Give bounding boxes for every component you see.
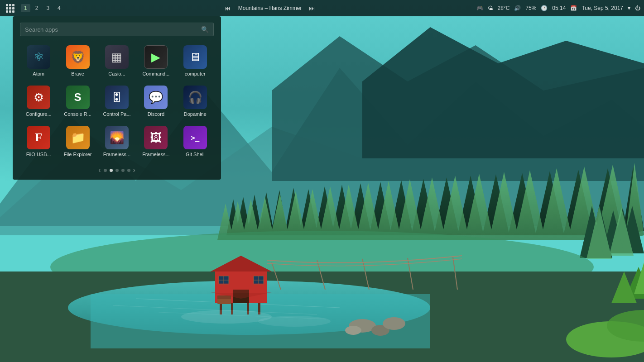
app-item-console[interactable]: SConsole R... xyxy=(59,83,96,119)
app-item-command[interactable]: ▶Command... xyxy=(137,43,174,79)
app-label-atom: Atom xyxy=(23,71,54,76)
clock-icon: 🕐 xyxy=(541,5,548,11)
app-item-discord[interactable]: 💬Discord xyxy=(137,83,174,119)
app-icon-brave: 🦁 xyxy=(66,45,90,69)
app-icon-computer: 🖥 xyxy=(183,45,207,69)
svg-point-92 xyxy=(181,310,272,324)
app-icon-dopamine: 🎧 xyxy=(183,86,207,109)
app-label-discord: Discord xyxy=(140,111,172,117)
media-next-button[interactable]: ⏭ xyxy=(309,5,315,12)
search-bar: 🔍 xyxy=(20,23,214,36)
app-icon-console: S xyxy=(66,86,90,109)
app-item-configure[interactable]: ⚙Configure... xyxy=(20,83,57,119)
power-icon[interactable]: ⏻ xyxy=(635,5,640,11)
time-label: 05:14 xyxy=(552,5,566,11)
calendar-icon: 📅 xyxy=(570,5,577,11)
app-item-control[interactable]: 🎛Control Pa... xyxy=(98,83,135,119)
app-icon-fileexplorer: 📁 xyxy=(66,126,90,149)
volume-label: 75% xyxy=(525,5,536,11)
page-dot-2[interactable] xyxy=(110,169,113,172)
app-label-control: Control Pa... xyxy=(101,111,133,117)
app-label-configure: Configure... xyxy=(23,111,54,117)
app-label-fiio: FiiO USB... xyxy=(23,152,54,157)
app-label-gitshell: Git Shell xyxy=(179,152,211,157)
app-launcher: 🔍 ⚛Atom🦁Brave▦Casio...▶Command...🖥comput… xyxy=(13,16,221,180)
page-dot-3[interactable] xyxy=(115,169,119,172)
chevron-icon[interactable]: ▾ xyxy=(628,5,630,11)
temperature-label: 28°C xyxy=(498,5,510,11)
apps-grid-icon[interactable] xyxy=(4,2,16,14)
taskbar-right: 🎮 🌤 28°C 🔊 75% 🕐 05:14 📅 Tue, Sep 5, 201… xyxy=(476,5,641,11)
svg-rect-79 xyxy=(217,299,231,304)
workspace-1[interactable]: 1 xyxy=(21,4,30,12)
apps-grid: ⚛Atom🦁Brave▦Casio...▶Command...🖥computer… xyxy=(20,43,214,160)
app-item-atom[interactable]: ⚛Atom xyxy=(20,43,57,79)
workspace-3[interactable]: 3 xyxy=(43,4,53,12)
app-item-frameless1[interactable]: 🌄Frameless... xyxy=(98,123,135,160)
desktop: 1 2 3 4 ⏮ Mountains – Hans Zimmer ⏭ 🎮 🌤 … xyxy=(0,0,644,362)
search-icon[interactable]: 🔍 xyxy=(201,26,209,33)
workspace-4[interactable]: 4 xyxy=(54,4,64,12)
app-item-casio[interactable]: ▦Casio... xyxy=(98,43,135,79)
pagination: ‹ › xyxy=(20,166,214,174)
app-icon-control: 🎛 xyxy=(105,86,129,109)
app-item-fiio[interactable]: FFiiO USB... xyxy=(20,123,57,160)
app-item-dopamine[interactable]: 🎧Dopamine xyxy=(177,83,214,119)
prev-page-arrow[interactable]: ‹ xyxy=(98,166,101,174)
app-label-dopamine: Dopamine xyxy=(179,111,211,117)
app-icon-atom: ⚛ xyxy=(27,45,50,69)
taskbar: 1 2 3 4 ⏮ Mountains – Hans Zimmer ⏭ 🎮 🌤 … xyxy=(0,0,644,16)
volume-icon[interactable]: 🔊 xyxy=(514,5,521,11)
app-item-frameless2[interactable]: 🖼Frameless... xyxy=(137,123,174,160)
workspace-2[interactable]: 2 xyxy=(32,4,42,12)
app-item-computer[interactable]: 🖥computer xyxy=(177,43,214,79)
media-prev-button[interactable]: ⏮ xyxy=(225,5,231,12)
app-icon-command: ▶ xyxy=(144,45,168,69)
app-icon-fiio: F xyxy=(27,126,50,149)
app-label-command: Command... xyxy=(140,71,172,76)
app-item-gitshell[interactable]: >_Git Shell xyxy=(177,123,214,160)
app-icon-frameless1: 🌄 xyxy=(105,126,129,149)
svg-point-93 xyxy=(258,316,331,327)
svg-point-90 xyxy=(345,326,361,335)
app-icon-discord: 💬 xyxy=(144,86,168,109)
app-label-console: Console R... xyxy=(62,111,94,117)
app-label-brave: Brave xyxy=(62,71,94,76)
app-icon-gitshell: >_ xyxy=(183,126,207,149)
next-page-arrow[interactable]: › xyxy=(133,166,135,174)
page-dot-4[interactable] xyxy=(121,169,125,172)
weather-icon: 🌤 xyxy=(488,5,493,11)
taskbar-left: 1 2 3 4 xyxy=(4,2,64,14)
search-input[interactable] xyxy=(25,26,201,33)
app-label-fileexplorer: File Explorer xyxy=(62,152,94,157)
app-icon-frameless2: 🖼 xyxy=(144,126,168,149)
date-label: Tue, Sep 5, 2017 xyxy=(582,5,623,11)
app-label-frameless2: Frameless... xyxy=(140,152,172,157)
media-title: Mountains – Hans Zimmer xyxy=(238,5,302,11)
page-dot-5[interactable] xyxy=(127,169,130,172)
app-item-brave[interactable]: 🦁Brave xyxy=(59,43,96,79)
app-icon-configure: ⚙ xyxy=(27,86,50,109)
page-dot-1[interactable] xyxy=(104,169,107,172)
app-icon-casio: ▦ xyxy=(105,45,129,69)
gamepad-icon[interactable]: 🎮 xyxy=(476,5,483,11)
svg-rect-82 xyxy=(215,283,267,293)
taskbar-center: ⏮ Mountains – Hans Zimmer ⏭ xyxy=(64,5,476,12)
svg-point-91 xyxy=(383,317,405,330)
app-label-frameless1: Frameless... xyxy=(101,152,133,157)
app-label-computer: computer xyxy=(179,71,211,76)
app-item-fileexplorer[interactable]: 📁File Explorer xyxy=(59,123,96,160)
app-label-casio: Casio... xyxy=(101,71,133,76)
